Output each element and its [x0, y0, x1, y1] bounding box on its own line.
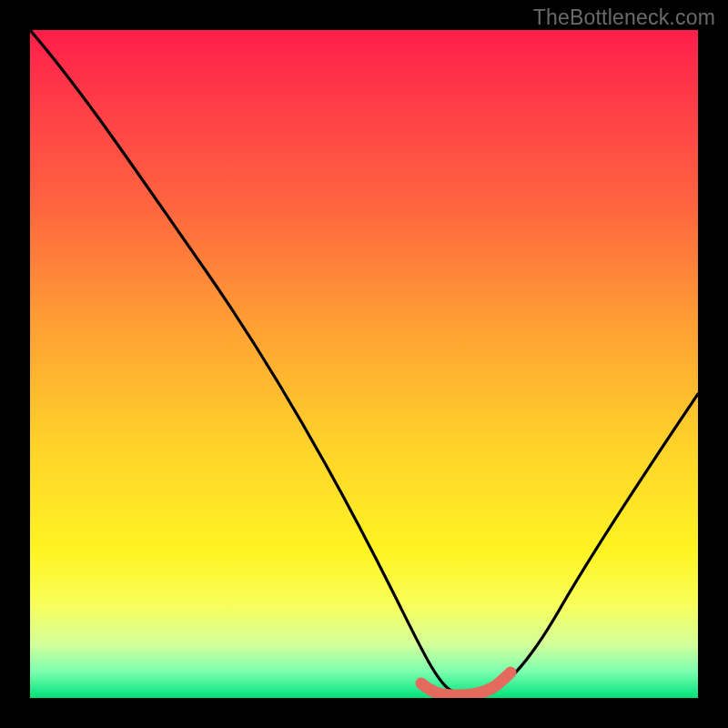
plot-area — [30, 30, 698, 698]
bottleneck-curve — [30, 30, 698, 698]
chart-frame: TheBottleneck.com — [0, 0, 728, 728]
attribution-text: TheBottleneck.com — [533, 5, 715, 30]
